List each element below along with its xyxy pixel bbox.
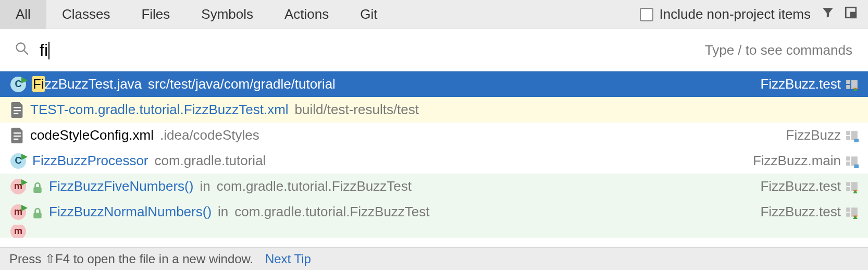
results-list: C FizzBuzzTest.java src/test/java/com/gr… <box>0 71 868 238</box>
svg-rect-9 <box>14 113 18 114</box>
footer-tip-bar: Press ⇧F4 to open the file in a new wind… <box>0 247 868 270</box>
result-row[interactable]: C FizzBuzzProcessor com.gradle.tutorial … <box>0 148 868 174</box>
run-arrow-icon <box>21 75 28 86</box>
include-non-project-checkbox[interactable]: Include non-project items <box>640 6 821 22</box>
src-module-icon <box>845 154 859 168</box>
in-keyword: in <box>200 178 210 194</box>
result-name: FizzBuzzProcessor <box>32 153 148 169</box>
method-icon: m <box>10 225 26 238</box>
tab-actions[interactable]: Actions <box>269 0 344 29</box>
result-name: FizzBuzzNormalNumbers() <box>49 204 212 220</box>
result-module: FizzBuzz.main <box>753 153 859 169</box>
class-icon: C <box>10 77 26 92</box>
result-row[interactable]: m FizzBuzzFiveNumbers() in com.gradle.tu… <box>0 174 868 199</box>
svg-rect-15 <box>854 164 859 168</box>
next-tip-link[interactable]: Next Tip <box>265 252 311 266</box>
search-value: fi <box>40 41 48 60</box>
result-row[interactable]: TEST-com.gradle.tutorial.FizzBuzzTest.xm… <box>0 97 868 122</box>
svg-marker-4 <box>21 77 28 83</box>
include-label: Include non-project items <box>660 6 811 22</box>
svg-rect-11 <box>14 136 21 137</box>
result-location: com.gradle.tutorial.FizzBuzzTest <box>217 178 412 194</box>
result-row-partial[interactable]: m <box>0 225 868 238</box>
svg-marker-14 <box>21 154 28 160</box>
pin-icon[interactable] <box>844 6 858 23</box>
checkbox-icon <box>640 8 653 21</box>
run-arrow-icon <box>21 203 28 214</box>
tab-symbols[interactable]: Symbols <box>185 0 269 29</box>
method-icon: m <box>10 204 26 220</box>
footer-text: Press ⇧F4 to open the file in a new wind… <box>9 252 253 266</box>
svg-rect-17 <box>33 187 41 192</box>
search-row: fi Type / to see commands <box>0 29 868 71</box>
filter-icon[interactable] <box>821 6 835 23</box>
search-icon <box>15 41 29 59</box>
lock-icon <box>32 181 43 192</box>
search-tabs: All Classes Files Symbols Actions Git In… <box>0 0 868 29</box>
result-name: FizzBuzzFiveNumbers() <box>49 178 193 194</box>
result-location: com.gradle.tutorial.FizzBuzzTest <box>234 204 429 220</box>
result-row[interactable]: C FizzBuzzTest.java src/test/java/com/gr… <box>0 71 868 97</box>
run-arrow-icon <box>21 177 28 188</box>
result-module: FizzBuzz.test <box>760 204 859 220</box>
result-name: TEST-com.gradle.tutorial.FizzBuzzTest.xm… <box>30 102 289 118</box>
result-row[interactable]: codeStyleConfig.xml .idea/codeStyles Fiz… <box>0 122 868 148</box>
method-icon: m <box>10 179 26 194</box>
tab-git[interactable]: Git <box>344 0 393 29</box>
test-module-icon <box>845 78 859 91</box>
run-arrow-icon <box>21 152 28 163</box>
svg-point-2 <box>17 43 25 52</box>
search-hint: Type / to see commands <box>705 42 852 58</box>
src-module-icon <box>845 129 859 142</box>
lock-icon <box>32 206 43 218</box>
svg-rect-12 <box>14 138 18 139</box>
svg-marker-16 <box>21 179 28 186</box>
in-keyword: in <box>218 204 228 220</box>
test-module-icon <box>845 180 859 193</box>
result-name: codeStyleConfig.xml <box>30 127 154 143</box>
result-name: FizzBuzzTest.java <box>32 76 142 92</box>
svg-rect-1 <box>851 13 856 18</box>
xml-file-icon <box>10 102 24 118</box>
class-icon: C <box>10 153 26 169</box>
xml-file-icon <box>10 128 24 143</box>
caret-icon <box>48 42 49 59</box>
result-location: build/test-results/test <box>295 102 419 118</box>
svg-rect-7 <box>14 107 21 108</box>
result-module: FizzBuzz <box>786 127 859 143</box>
result-module: FizzBuzz.test <box>760 178 859 194</box>
tab-all[interactable]: All <box>0 0 46 29</box>
result-location: src/test/java/com/gradle/tutorial <box>148 76 336 92</box>
tab-files[interactable]: Files <box>126 0 185 29</box>
result-row[interactable]: m FizzBuzzNormalNumbers() in com.gradle.… <box>0 199 868 225</box>
svg-rect-10 <box>14 132 21 133</box>
search-input[interactable]: fi <box>29 41 705 60</box>
svg-line-3 <box>24 51 28 55</box>
svg-rect-21 <box>33 212 41 218</box>
tab-classes[interactable]: Classes <box>46 0 126 29</box>
result-location: com.gradle.tutorial <box>155 153 266 169</box>
svg-marker-20 <box>21 205 28 211</box>
result-location: .idea/codeStyles <box>160 127 259 143</box>
svg-rect-8 <box>14 110 21 111</box>
result-module: FizzBuzz.test <box>760 76 859 92</box>
test-module-icon <box>845 205 859 219</box>
svg-rect-13 <box>854 139 859 142</box>
